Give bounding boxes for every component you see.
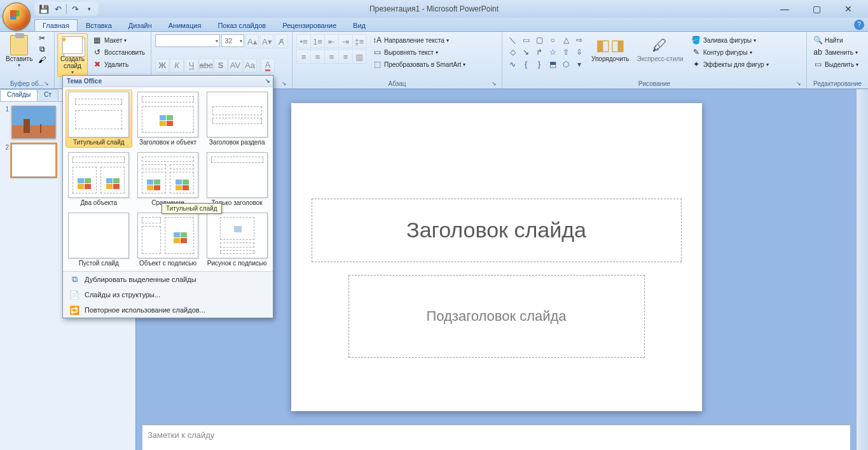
notes-pane[interactable]: Заметки к слайду: [142, 425, 850, 450]
shape-more-icon[interactable]: ⇩: [573, 46, 586, 58]
columns-icon[interactable]: ▥: [352, 50, 366, 64]
copy-icon[interactable]: ⧉: [37, 44, 47, 54]
smartart-buttonvain[interactable]: ⬚Преобразовать в SmartArt▾: [369, 59, 469, 70]
shape-rect-icon[interactable]: ▭: [520, 34, 532, 46]
arrange-button[interactable]: ◧◨ Упорядочить: [588, 33, 633, 64]
help-icon[interactable]: ?: [854, 20, 864, 30]
font-family-combo[interactable]: ▾: [155, 34, 220, 47]
layout-section-header[interactable]: Заголовок раздела: [203, 90, 270, 148]
shape-fill-button[interactable]: 🪣Заливка фигуры▾: [688, 34, 772, 46]
launcher-icon[interactable]: ↘: [265, 78, 270, 84]
shadow-icon[interactable]: S: [214, 59, 228, 73]
tab-slides[interactable]: Слайды: [0, 89, 38, 101]
slide-canvas[interactable]: Заголовок слайда Подзаголовок слайда: [291, 103, 702, 411]
clear-format-icon[interactable]: A̸: [275, 34, 288, 48]
reuse-slides-item[interactable]: 🔁Повторное использование слайдов...: [63, 302, 273, 318]
shape-line2-icon[interactable]: ↘: [520, 46, 532, 58]
grow-font-icon[interactable]: A▴: [245, 34, 259, 48]
layout-title-only[interactable]: Только заголовок: [203, 150, 270, 208]
paste-button[interactable]: Вставить ▾: [3, 33, 36, 70]
shape-diamond-icon[interactable]: ◇: [506, 46, 519, 58]
tab-design[interactable]: Дизайн: [120, 19, 160, 31]
vertical-scrollbar[interactable]: [857, 89, 868, 450]
tab-review[interactable]: Рецензирование: [274, 19, 345, 31]
save-icon[interactable]: 💾: [38, 3, 50, 15]
shape-expand-icon[interactable]: ▾: [573, 59, 586, 70]
maximize-button[interactable]: ▢: [807, 3, 826, 15]
font-size-combo[interactable]: 32▾: [221, 34, 244, 47]
shape-connector-icon[interactable]: ↱: [533, 46, 546, 58]
shape-callout-icon[interactable]: ⬒: [546, 59, 559, 70]
line-spacing-icon[interactable]: ‡≡: [352, 34, 366, 48]
shape-brace2-icon[interactable]: }: [533, 59, 546, 70]
find-button[interactable]: 🔍Найти: [809, 34, 862, 46]
launcher-icon[interactable]: ↘: [795, 80, 803, 88]
case-icon[interactable]: Aa: [243, 59, 257, 73]
layout-title-content[interactable]: Заголовок и объект: [135, 90, 202, 148]
tab-slideshow[interactable]: Показ слайдов: [209, 19, 274, 31]
shrink-font-icon[interactable]: A▾: [260, 34, 273, 48]
shape-arrow2-icon[interactable]: ⇧: [560, 46, 572, 58]
justify-icon[interactable]: ≡: [338, 50, 352, 64]
delete-button[interactable]: ✖Удалить: [89, 59, 148, 70]
layout-title-slide[interactable]: Титульный слайд: [65, 90, 132, 148]
format-painter-icon[interactable]: 🖌: [37, 55, 47, 65]
thumbnail-slide[interactable]: [11, 106, 56, 139]
bold-icon[interactable]: Ж: [155, 59, 169, 73]
align-text-button[interactable]: ▭Выровнять текст▾: [369, 46, 469, 58]
font-color-icon[interactable]: A: [261, 59, 275, 73]
layout-button[interactable]: ▦Макет▾: [89, 34, 148, 46]
thumbnail-slide[interactable]: [11, 144, 56, 177]
launcher-icon[interactable]: ↘: [490, 80, 498, 88]
shape-curve-icon[interactable]: ∿: [506, 59, 519, 70]
bullets-icon[interactable]: •≡: [296, 34, 310, 48]
shape-triangle-icon[interactable]: △: [560, 34, 572, 46]
shape-line-icon[interactable]: ＼: [506, 34, 519, 46]
launcher-icon[interactable]: ↘: [43, 80, 50, 88]
shapes-gallery[interactable]: ＼ ▭ ▢ ○ △ ⇨ ◇ ↘ ↱ ☆ ⇧ ⇩ ∿ { } ⬒ ⬡ ▾: [505, 33, 587, 71]
shape-hex-icon[interactable]: ⬡: [560, 59, 572, 70]
close-button[interactable]: ✕: [839, 3, 858, 15]
tab-view[interactable]: Вид: [345, 19, 374, 31]
spacing-icon[interactable]: AV: [228, 59, 242, 73]
quick-styles-button[interactable]: 🖊 Экспресс-стили: [634, 33, 687, 64]
layout-blank[interactable]: Пустой слайд: [65, 211, 132, 269]
duplicate-slides-item[interactable]: ⧉Дублировать выделенные слайды: [63, 272, 273, 287]
align-right-icon[interactable]: ≡: [324, 50, 338, 64]
layout-comparison[interactable]: Сравнение: [135, 150, 202, 208]
align-left-icon[interactable]: ≡: [296, 50, 310, 64]
office-button[interactable]: [3, 3, 31, 31]
replace-button[interactable]: abЗаменить▾: [809, 46, 862, 58]
indent-dec-icon[interactable]: ⇤: [324, 34, 338, 48]
shape-round-icon[interactable]: ▢: [533, 34, 546, 46]
tab-outline[interactable]: Ст: [37, 89, 59, 101]
numbering-icon[interactable]: 1≡: [310, 34, 324, 48]
tab-insert[interactable]: Вставка: [78, 19, 120, 31]
tab-animation[interactable]: Анимация: [160, 19, 210, 31]
layout-picture-caption[interactable]: Рисунок с подписью: [203, 211, 270, 269]
cut-icon[interactable]: ✂: [37, 33, 47, 43]
redo-icon[interactable]: ↷: [69, 3, 81, 15]
qat-dropdown-icon[interactable]: ▾: [83, 3, 95, 15]
tab-home[interactable]: Главная: [34, 19, 78, 31]
slides-from-outline-item[interactable]: 📄Слайды из структуры...: [63, 287, 273, 302]
shape-star-icon[interactable]: ☆: [546, 46, 559, 58]
reset-button[interactable]: ↺Восстановить: [89, 46, 148, 58]
shape-effects-button[interactable]: ✦Эффекты для фигур▾: [688, 59, 772, 70]
title-placeholder[interactable]: Заголовок слайда: [312, 199, 682, 262]
underline-icon[interactable]: Ч: [184, 59, 198, 73]
subtitle-placeholder[interactable]: Подзаголовок слайда: [348, 275, 645, 358]
select-button[interactable]: ▭Выделить▾: [809, 59, 862, 70]
launcher-icon[interactable]: ↘: [280, 80, 288, 88]
shape-brace-icon[interactable]: {: [520, 59, 532, 70]
italic-icon[interactable]: К: [170, 59, 184, 73]
shape-arrow-icon[interactable]: ⇨: [573, 34, 586, 46]
align-center-icon[interactable]: ≡: [310, 50, 324, 64]
undo-icon[interactable]: ↶: [52, 3, 64, 15]
new-slide-button[interactable]: Создать слайд ▾: [57, 33, 88, 77]
indent-inc-icon[interactable]: ⇥: [338, 34, 352, 48]
text-direction-button[interactable]: ↕AНаправление текста▾: [369, 34, 469, 46]
strike-icon[interactable]: abc: [199, 59, 213, 73]
shape-oval-icon[interactable]: ○: [546, 34, 559, 46]
layout-content-caption[interactable]: Объект с подписью: [135, 211, 202, 269]
